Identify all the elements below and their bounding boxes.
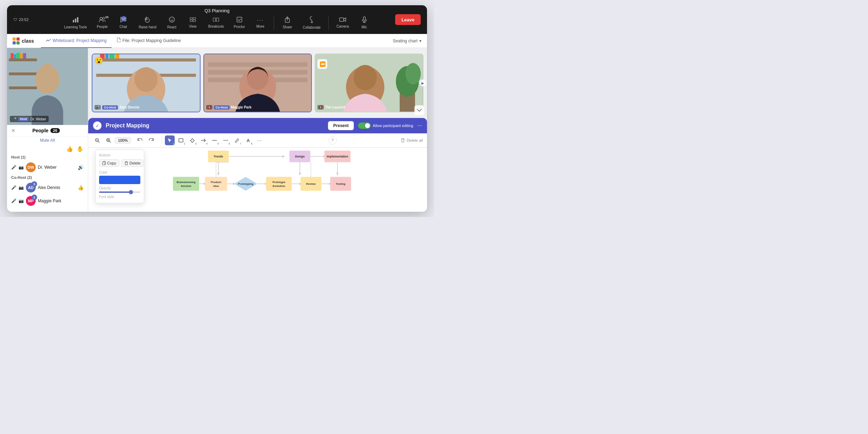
toolbar-mic[interactable]: Mic [354,15,375,30]
tool-rectangle[interactable]: 2 [176,135,186,145]
avatar-maggie-park: MP 2 [26,196,36,206]
host-tag: Host [18,117,29,121]
react-label: React [167,25,176,29]
zoom-in-button[interactable] [104,135,113,145]
node-brainstorming[interactable] [173,177,199,191]
delete-button[interactable]: Delete [121,159,144,167]
svg-rect-67 [103,162,105,165]
svg-rect-9 [193,18,196,19]
camera-icon-maggie: 📷 [19,198,24,203]
redo-button[interactable] [146,135,156,145]
meeting-title: Q3 Planning [204,5,230,15]
svg-rect-64 [179,139,183,142]
toolbar-share[interactable]: Share [277,15,298,30]
tool-arrow[interactable]: 4 [198,135,208,145]
share-label: Share [283,25,292,29]
logo: class [13,37,34,44]
whiteboard-area: ✓ Project Mapping Present Allow particip… [88,118,427,212]
toolbar-camera[interactable]: Camera [331,16,354,30]
node-prototype-evolution[interactable] [266,177,292,191]
toolbar-learning-tools[interactable]: Learning Tools [59,15,92,30]
help-button[interactable]: ? [328,136,337,145]
raise-hand-label: Raise hand [139,25,156,29]
thumbs-up-alex: 👍 [78,185,84,190]
toolbar-chat[interactable]: 17 Chat [113,15,134,30]
mic-icon-alex-vid: 🎤 [94,105,101,110]
svg-rect-15 [237,17,242,22]
tool-diamond[interactable]: 3 [187,135,197,145]
flow-diagram-svg: Trends Design Implementation [146,148,427,212]
node-pe-label-2: Evolution [273,184,285,188]
close-people-button[interactable]: ✕ [11,128,15,133]
svg-rect-17 [340,18,344,21]
video-label-maggie: 🔇 Co-Host Maggie Park [206,105,252,110]
seating-chart-dropdown[interactable]: Seating chart ▾ [393,38,421,43]
wb-canvas[interactable]: Actions Copy [88,148,427,212]
tool-select[interactable]: 1 [165,135,175,145]
chat-label: Chat [120,25,127,29]
people-icon: 26 [99,17,106,24]
toolbar-proctor[interactable]: Proctor [229,15,250,30]
video-strip: 😮 🎤 Co-Host Alex Dennis [88,48,427,118]
strip-collapse-button[interactable] [414,105,424,115]
tool-text[interactable]: A 8 [243,135,253,145]
svg-point-4 [103,17,105,19]
toolbar-view[interactable]: View [182,16,203,30]
cm-opacity-slider[interactable] [99,191,140,193]
node-brainstorming-label-2: Session [181,184,191,188]
tool-separator [162,136,162,144]
avatar-alex-dennis: AD 3 [26,183,36,192]
leave-button[interactable]: Leave [395,14,421,25]
proctor-label: Proctor [234,25,245,29]
mute-all-button[interactable]: Mute All [7,136,88,144]
cm-color-picker[interactable] [99,176,140,184]
allow-editing-toggle[interactable] [358,122,371,129]
svg-rect-1 [75,19,76,22]
file-icon [117,37,121,43]
timer: 🛡 23:52 [13,18,29,22]
host-name: Dr. Weber [30,117,46,121]
zoom-out-button[interactable] [92,135,102,145]
toolbar-people[interactable]: 26 People [92,15,113,30]
list-item: 🎤 📷 MP 2 Maggie Park [7,194,88,208]
present-button[interactable]: Present [328,121,354,130]
copy-button[interactable]: Copy [99,159,119,167]
svg-point-56 [354,65,377,90]
toolbar-breakouts[interactable]: Breakouts [203,16,229,30]
section-host: Host (1) [7,154,88,161]
svg-rect-28 [16,53,20,58]
tim-video-bg [315,54,423,112]
toolbar-raise-hand[interactable]: Raise hand [134,15,161,30]
svg-rect-0 [73,20,74,22]
tool-line[interactable]: 5 [210,135,219,145]
delete-all-button[interactable]: Delete all [401,138,423,143]
cm-opacity-label: Opacity [99,186,140,190]
tool-pen[interactable]: 7 [232,135,242,145]
node-product-idea[interactable] [205,177,227,191]
arrow-up-impl [310,162,311,177]
node-design-label: Design [295,155,305,158]
collaborate-label: Collaborate [303,26,321,29]
more-label: More [257,24,265,28]
tab-whiteboard[interactable]: Whiteboard: Project Mapping [41,34,112,48]
toolbar-more[interactable]: ··· More [250,16,271,30]
svg-rect-35 [96,58,196,62]
rewind-button[interactable]: ⏪ [317,59,327,69]
logo-sq-1 [13,37,16,41]
toolbar-collaborate[interactable]: Collaborate [298,15,326,31]
video-thumb-tim: ⏪ [315,54,424,112]
wb-check-icon: ✓ [93,121,102,130]
svg-rect-30 [23,53,26,58]
tab-file[interactable]: File: Project Mapping Guideline [112,34,186,48]
mic-active-icon: 🎤 [12,117,16,121]
wb-more-dots[interactable]: ··· [418,122,422,129]
arrow-up-design [216,162,229,177]
copy-label: Copy [107,161,116,165]
undo-button[interactable] [135,135,145,145]
tool-dashed-line[interactable]: 6 [221,135,231,145]
svg-point-54 [406,63,421,84]
toolbar-react[interactable]: React [161,15,182,30]
strip-next-arrow[interactable]: ▶ [419,79,426,86]
mic-label: Mic [362,25,367,29]
tool-more[interactable]: ··· [254,135,264,145]
